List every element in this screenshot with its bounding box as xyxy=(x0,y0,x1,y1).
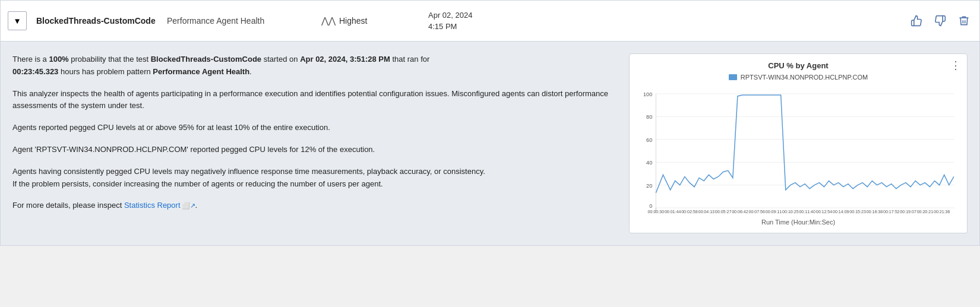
svg-text:00:01:44: 00:01:44 xyxy=(665,210,681,214)
paragraph-4: Agent 'RPTSVT-WIN34.NONPROD.HCLPNP.COM' … xyxy=(12,144,619,156)
svg-text:00:04:13: 00:04:13 xyxy=(698,210,715,214)
external-link-icon: ⬜↗ xyxy=(182,202,195,209)
svg-text:00:12:54: 00:12:54 xyxy=(816,210,833,214)
svg-text:00:14:09: 00:14:09 xyxy=(833,210,849,214)
legend-color-box xyxy=(729,74,737,80)
time: 4:15 PM xyxy=(428,21,908,33)
svg-text:00:15:23: 00:15:23 xyxy=(849,210,866,214)
svg-text:00:21:36: 00:21:36 xyxy=(934,210,950,214)
thumbdown-button[interactable] xyxy=(932,12,949,29)
para1-end: . xyxy=(249,67,252,76)
thumbdown-icon xyxy=(934,15,946,27)
thumbup-icon xyxy=(911,15,922,27)
severity-icon: ⋀⋀ xyxy=(321,15,336,26)
paragraph-5: Agents having consistently pegged CPU le… xyxy=(12,166,619,191)
para6-prefix: For more details, please inspect xyxy=(12,201,124,210)
header-row: ▼ BlockedThreads-CustomCode Performance … xyxy=(0,0,980,42)
svg-text:00:05:27: 00:05:27 xyxy=(715,210,732,214)
x-axis-label: Run Time (Hour:Min:Sec) xyxy=(639,219,957,226)
severity-label: Highest xyxy=(339,16,367,26)
date-time: Apr 02, 2024 4:15 PM xyxy=(428,10,908,33)
para1-prefix: There is a xyxy=(12,55,49,64)
svg-text:00:19:07: 00:19:07 xyxy=(900,210,916,214)
paragraph-3: Agents reported pegged CPU levels at or … xyxy=(12,122,619,134)
para1-bold1: 100% xyxy=(49,55,68,64)
delete-icon xyxy=(958,15,970,27)
chart-container: 100 80 60 40 20 0 xyxy=(639,86,957,216)
svg-text:00:17:52: 00:17:52 xyxy=(883,210,900,214)
svg-text:00:02:58: 00:02:58 xyxy=(681,210,698,214)
collapse-icon: ▼ xyxy=(13,17,21,26)
text-panel: There is a 100% probability that the tes… xyxy=(12,53,619,233)
svg-text:00:00:30: 00:00:30 xyxy=(648,210,665,214)
svg-text:00:09:11: 00:09:11 xyxy=(766,210,782,214)
svg-text:80: 80 xyxy=(646,114,652,120)
paragraph-2: This analyzer inspects the health of age… xyxy=(12,88,619,113)
svg-text:20: 20 xyxy=(646,183,652,189)
chart-legend: RPTSVT-WIN34.NONPROD.HCLPNP.COM xyxy=(639,74,957,81)
svg-text:100: 100 xyxy=(643,91,652,97)
pattern-name: Performance Agent Health xyxy=(167,16,321,26)
chart-svg: 100 80 60 40 20 0 xyxy=(639,86,957,216)
para1-mid4: hours has problem pattern xyxy=(58,67,153,76)
delete-button[interactable] xyxy=(956,12,972,29)
para1-bold3: Apr 02, 2024, 3:51:28 PM xyxy=(300,55,390,64)
para5-prefix: Agents having consistently pegged CPU le… xyxy=(12,167,485,176)
chart-menu-button[interactable]: ⋮ xyxy=(950,60,961,71)
svg-text:60: 60 xyxy=(646,137,652,143)
severity: ⋀⋀ Highest xyxy=(321,15,428,26)
para1-mid1: probability that the test xyxy=(69,55,151,64)
para5-suffix: If the problem persists, consider increa… xyxy=(12,179,383,188)
svg-text:00:20:21: 00:20:21 xyxy=(917,210,934,214)
para1-bold2: BlockedThreads-CustomCode xyxy=(151,55,261,64)
svg-text:00:16:38: 00:16:38 xyxy=(867,210,883,214)
paragraph-1: There is a 100% probability that the tes… xyxy=(12,53,619,78)
svg-text:00:10:25: 00:10:25 xyxy=(782,210,799,214)
content-area: There is a 100% probability that the tes… xyxy=(0,42,980,246)
legend-label: RPTSVT-WIN34.NONPROD.HCLPNP.COM xyxy=(741,74,868,81)
thumbup-button[interactable] xyxy=(908,12,925,29)
date: Apr 02, 2024 xyxy=(428,10,908,21)
svg-text:00:07:56: 00:07:56 xyxy=(748,210,765,214)
svg-text:00:11:40: 00:11:40 xyxy=(799,210,815,214)
para1-bold5: Performance Agent Health xyxy=(153,67,249,76)
para1-mid2: started on xyxy=(261,55,300,64)
svg-text:00:06:42: 00:06:42 xyxy=(732,210,748,214)
svg-text:0: 0 xyxy=(649,203,652,209)
para1-mid3: that ran for xyxy=(390,55,429,64)
outer-wrapper: ▼ BlockedThreads-CustomCode Performance … xyxy=(0,0,980,307)
statistics-report-link[interactable]: Statistics Report xyxy=(124,201,181,210)
action-icons xyxy=(908,12,972,29)
collapse-button[interactable]: ▼ xyxy=(8,11,27,30)
svg-text:40: 40 xyxy=(646,160,652,166)
para1-bold4: 00:23:45.323 xyxy=(12,67,58,76)
paragraph-6: For more details, please inspect Statist… xyxy=(12,200,619,212)
chart-title: CPU % by Agent xyxy=(639,61,957,70)
test-name: BlockedThreads-CustomCode xyxy=(36,16,167,26)
chart-panel: ⋮ CPU % by Agent RPTSVT-WIN34.NONPROD.HC… xyxy=(629,53,968,233)
para6-suffix: . xyxy=(195,201,198,210)
